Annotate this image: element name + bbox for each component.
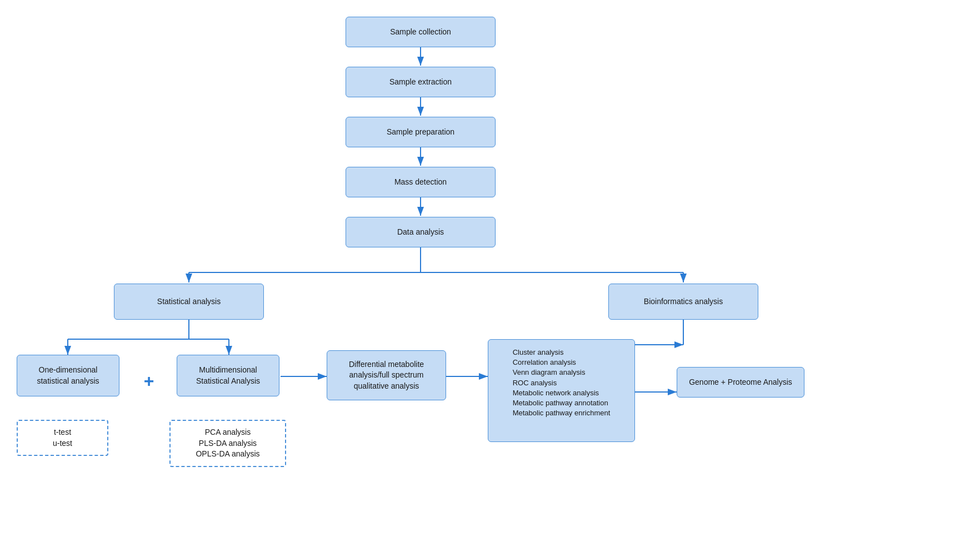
sample-extraction-box: Sample extraction bbox=[346, 67, 496, 97]
multidimensional-box: Multidimensional Statistical Analysis bbox=[177, 355, 279, 396]
one-dimensional-box: One-dimensional statistical analysis bbox=[17, 355, 119, 396]
statistical-analysis-box: Statistical analysis bbox=[114, 284, 264, 320]
genome-proteome-box: Genome + Proteome Analysis bbox=[677, 367, 804, 398]
plus-sign: + bbox=[127, 364, 171, 398]
mass-detection-box: Mass detection bbox=[346, 167, 496, 197]
sample-preparation-box: Sample preparation bbox=[346, 117, 496, 147]
flowchart-diagram: Sample collection Sample extraction Samp… bbox=[0, 0, 980, 541]
data-analysis-box: Data analysis bbox=[346, 217, 496, 247]
t-test-box: t-test u-test bbox=[17, 420, 108, 456]
differential-metabolite-box: Differential metabolite analysis/full sp… bbox=[327, 350, 446, 400]
sample-collection-box: Sample collection bbox=[346, 17, 496, 47]
bioinformatics-sub-box: Cluster analysis Correlation analysis Ve… bbox=[488, 339, 635, 442]
pca-analysis-box: PCA analysis PLS-DA analysis OPLS-DA ana… bbox=[169, 420, 286, 467]
bioinformatics-analysis-box: Bioinformatics analysis bbox=[608, 284, 758, 320]
